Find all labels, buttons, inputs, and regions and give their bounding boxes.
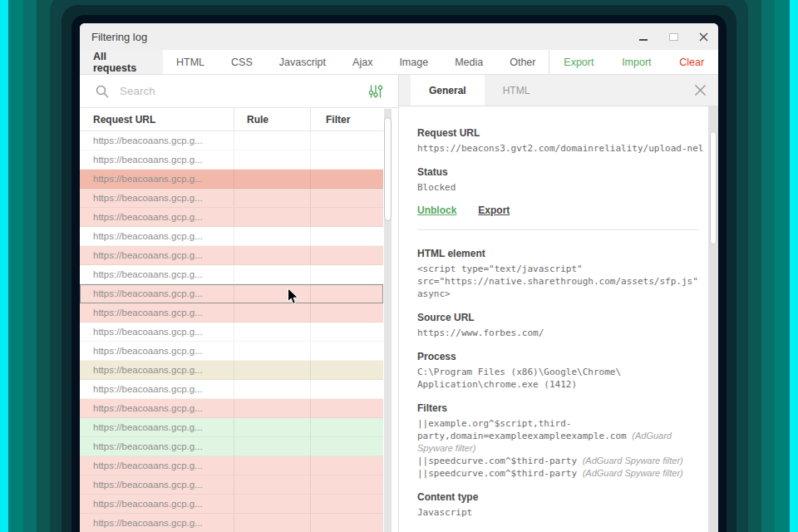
table-row[interactable]: https://beacoaans.gcp.g... — [80, 170, 383, 189]
filter-cell — [310, 514, 383, 532]
filter-cell — [310, 495, 383, 513]
details-scrollbar-track[interactable] — [708, 106, 718, 532]
tab-general[interactable]: General — [411, 75, 485, 106]
source-url-label: Source URL — [417, 311, 699, 324]
tab-image[interactable]: Image — [386, 50, 441, 74]
desktop-background: Filtering log All requests HTML CSS Java… — [0, 0, 798, 532]
table-row[interactable]: https://beacoaans.gcp.g... — [80, 495, 383, 514]
column-header-request-url: Request URL — [80, 114, 234, 126]
rule-cell — [234, 227, 310, 245]
rule-cell — [234, 437, 310, 456]
filter-settings-icon[interactable] — [368, 84, 383, 99]
request-url-cell: https://beacoaans.gcp.g... — [80, 303, 234, 322]
table-row[interactable]: https://beacoaans.gcp.g... — [80, 265, 383, 284]
filter-cell — [310, 380, 383, 398]
table-row[interactable]: https://beacoaans.gcp.g... — [80, 150, 383, 170]
table-row[interactable]: https://beacoaans.gcp.g... — [80, 475, 383, 495]
table-header: Request URL Rule Filter — [80, 108, 383, 131]
column-header-rule: Rule — [234, 108, 310, 131]
table-row[interactable]: https://beacoaans.gcp.g... — [80, 303, 383, 323]
tab-css[interactable]: CSS — [218, 50, 266, 74]
rule-cell — [234, 131, 310, 150]
filter-entry: ||speedcurve.com^$third-party (AdGuard S… — [417, 455, 699, 467]
table-row[interactable]: https://beacoaans.gcp.g... — [80, 208, 383, 227]
table-row[interactable]: https://beacoaans.gcp.g... — [80, 361, 383, 380]
filter-cell — [310, 208, 383, 226]
section-html-element: HTML element <script type="text/javascri… — [417, 247, 699, 300]
request-url-cell: https://beacoaans.gcp.g... — [80, 150, 234, 169]
request-url-cell: https://beacoaans.gcp.g... — [80, 380, 234, 398]
rule-cell — [234, 399, 310, 417]
filter-cell — [310, 437, 383, 456]
filter-cell — [310, 227, 383, 245]
rule-cell — [234, 265, 310, 283]
table-row[interactable]: https://beacoaans.gcp.g... — [80, 456, 383, 475]
unblock-link[interactable]: Unblock — [417, 204, 456, 216]
request-url-cell: https://beacoaans.gcp.g... — [80, 170, 234, 188]
request-type-tabbar: All requests HTML CSS Javascript Ajax Im… — [80, 50, 718, 75]
rule-cell — [234, 323, 310, 341]
request-url-cell: https://beacoaans.gcp.g... — [80, 418, 234, 436]
rule-cell — [234, 303, 310, 322]
request-url-cell: https://beacoaans.gcp.g... — [80, 131, 234, 150]
export-request-link[interactable]: Export — [478, 204, 510, 216]
section-status: Status Blocked — [417, 165, 699, 194]
table-row[interactable]: https://beacoaans.gcp.g... — [80, 246, 383, 265]
search-input[interactable] — [120, 85, 358, 97]
filter-cell — [310, 189, 383, 207]
details-content: Request URL https://beacons3.gvt2.com/do… — [399, 106, 718, 532]
filter-cell — [310, 323, 383, 341]
export-log-button[interactable]: Export — [564, 57, 594, 68]
table-row[interactable]: https://beacoaans.gcp.g... — [80, 437, 383, 456]
tab-ajax[interactable]: Ajax — [339, 50, 386, 74]
close-button[interactable] — [688, 23, 718, 50]
minimize-button[interactable] — [628, 23, 658, 50]
section-content-type: Content type Javascript — [417, 490, 699, 519]
status-value: Blocked — [417, 181, 699, 194]
rule-cell — [234, 342, 310, 360]
tab-details-html[interactable]: HTML — [485, 75, 549, 106]
table-row[interactable]: https://beacoaans.gcp.g... — [80, 323, 383, 342]
filter-cell — [310, 265, 383, 283]
filter-list-name: (AdGuard Spyware filter) — [583, 456, 683, 466]
table-row[interactable]: https://beacoaans.gcp.g... — [80, 189, 383, 208]
rule-cell — [234, 475, 310, 494]
tab-javascript[interactable]: Javascript — [266, 50, 339, 74]
filter-cell — [310, 475, 383, 494]
table-row[interactable]: https://beacoaans.gcp.g... — [80, 514, 383, 532]
filter-cell — [310, 456, 383, 475]
rule-cell — [234, 150, 310, 169]
filter-cell — [310, 399, 383, 417]
rule-cell — [234, 189, 310, 207]
rule-cell — [234, 514, 310, 532]
maximize-icon — [669, 33, 678, 41]
close-details-button[interactable] — [694, 84, 707, 96]
tab-other[interactable]: Other — [496, 50, 549, 74]
request-rows: https://beacoaans.gcp.g... https://beaco… — [80, 131, 383, 532]
request-url-cell: https://beacoaans.gcp.g... — [80, 265, 234, 283]
content-type-label: Content type — [417, 490, 699, 504]
title-bar: Filtering log — [80, 23, 718, 50]
content-type-value: Javascript — [417, 506, 699, 519]
table-row-hovered[interactable]: https://beacoaans.gcp.g... — [80, 284, 383, 303]
table-row[interactable]: https://beacoaans.gcp.g... — [80, 227, 383, 246]
table-row[interactable]: https://beacoaans.gcp.g... — [80, 342, 383, 361]
table-row[interactable]: https://beacoaans.gcp.g... — [80, 131, 383, 150]
status-label: Status — [417, 165, 699, 179]
tab-media[interactable]: Media — [441, 50, 496, 74]
details-scrollbar-thumb[interactable] — [710, 131, 717, 244]
table-scrollbar-track[interactable] — [384, 109, 392, 532]
tab-html[interactable]: HTML — [163, 50, 218, 74]
filter-cell — [310, 284, 383, 303]
table-scrollbar-thumb[interactable] — [384, 117, 392, 221]
maximize-button[interactable] — [658, 23, 688, 50]
clear-log-button[interactable]: Clear — [679, 57, 704, 68]
request-url-cell: https://beacoaans.gcp.g... — [80, 475, 234, 494]
import-log-button[interactable]: Import — [622, 57, 651, 68]
request-url-cell: https://beacoaans.gcp.g... — [80, 456, 234, 475]
column-header-filter: Filter — [310, 108, 383, 131]
tab-all-requests[interactable]: All requests — [80, 50, 163, 74]
table-row[interactable]: https://beacoaans.gcp.g... — [80, 380, 383, 399]
table-row[interactable]: https://beacoaans.gcp.g... — [80, 399, 383, 418]
table-row[interactable]: https://beacoaans.gcp.g... — [80, 418, 383, 437]
